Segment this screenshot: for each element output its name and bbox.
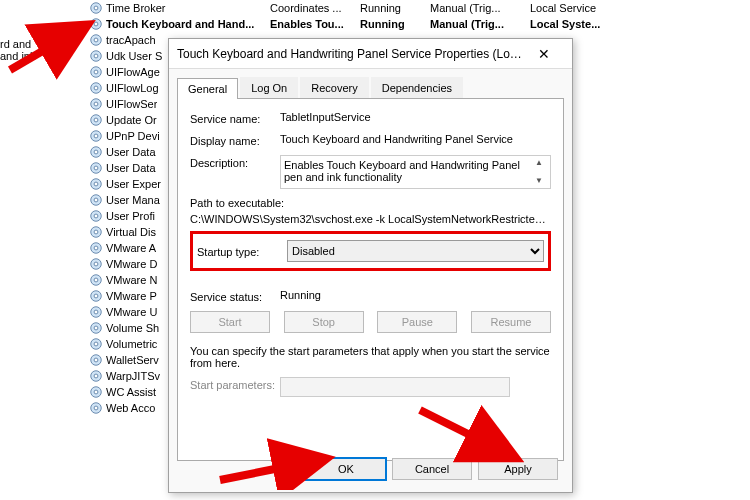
scroll-spinner[interactable]: ▲▼ — [531, 159, 547, 185]
pause-button[interactable]: Pause — [377, 311, 457, 333]
gear-icon — [89, 81, 103, 95]
close-button[interactable]: ✕ — [524, 42, 564, 66]
svg-point-21 — [94, 166, 98, 170]
gear-icon — [89, 145, 103, 159]
start-params-note: You can specify the start parameters tha… — [190, 345, 551, 369]
svg-point-41 — [94, 326, 98, 330]
svg-point-47 — [94, 374, 98, 378]
dialog-title: Touch Keyboard and Handwriting Panel Ser… — [177, 47, 524, 61]
gear-icon — [89, 369, 103, 383]
gear-icon — [89, 65, 103, 79]
label-path: Path to executable: — [190, 197, 551, 209]
tab-log-on[interactable]: Log On — [240, 77, 298, 98]
svg-point-35 — [94, 278, 98, 282]
label-service-status: Service status: — [190, 289, 280, 303]
properties-dialog: Touch Keyboard and Handwriting Panel Ser… — [168, 38, 573, 493]
apply-button[interactable]: Apply — [478, 458, 558, 480]
svg-point-25 — [94, 198, 98, 202]
gear-icon — [89, 273, 103, 287]
svg-point-9 — [94, 70, 98, 74]
label-start-params: Start parameters: — [190, 377, 280, 391]
label-startup-type: Startup type: — [197, 244, 287, 258]
cancel-button[interactable]: Cancel — [392, 458, 472, 480]
gear-icon — [89, 241, 103, 255]
titlebar[interactable]: Touch Keyboard and Handwriting Panel Ser… — [169, 39, 572, 69]
truncated-text: rd and and ink — [0, 38, 35, 62]
svg-point-33 — [94, 262, 98, 266]
gear-icon — [89, 209, 103, 223]
gear-icon — [89, 49, 103, 63]
tab-dependencies[interactable]: Dependencies — [371, 77, 463, 98]
table-row[interactable]: Time Broker Coordinates ... Running Manu… — [85, 0, 685, 16]
svg-point-45 — [94, 358, 98, 362]
tab-general[interactable]: General — [177, 78, 238, 99]
label-display-name: Display name: — [190, 133, 280, 147]
gear-icon — [89, 1, 103, 15]
svg-point-13 — [94, 102, 98, 106]
value-service-status: Running — [280, 289, 551, 301]
svg-point-7 — [94, 54, 98, 58]
resume-button[interactable]: Resume — [471, 311, 551, 333]
svg-point-27 — [94, 214, 98, 218]
table-row-selected[interactable]: Touch Keyboard and Hand... Enables Tou..… — [85, 16, 685, 32]
general-panel: Service name: TabletInputService Display… — [177, 99, 564, 461]
svg-point-15 — [94, 118, 98, 122]
gear-icon — [89, 257, 103, 271]
svg-point-43 — [94, 342, 98, 346]
tab-recovery[interactable]: Recovery — [300, 77, 368, 98]
svg-point-3 — [94, 22, 98, 26]
description-box: Enables Touch Keyboard and Handwriting P… — [280, 155, 551, 189]
svg-point-11 — [94, 86, 98, 90]
startup-type-select[interactable]: Disabled — [287, 240, 544, 262]
start-button[interactable]: Start — [190, 311, 270, 333]
gear-icon — [89, 177, 103, 191]
tab-strip: GeneralLog OnRecoveryDependencies — [177, 77, 564, 99]
svg-point-17 — [94, 134, 98, 138]
gear-icon — [89, 225, 103, 239]
svg-point-5 — [94, 38, 98, 42]
value-service-name: TabletInputService — [280, 111, 551, 123]
value-path: C:\WINDOWS\System32\svchost.exe -k Local… — [190, 213, 551, 225]
label-service-name: Service name: — [190, 111, 280, 125]
gear-icon — [89, 97, 103, 111]
gear-icon — [89, 161, 103, 175]
gear-icon — [89, 337, 103, 351]
svg-point-23 — [94, 182, 98, 186]
gear-icon — [89, 17, 103, 31]
gear-icon — [89, 385, 103, 399]
gear-icon — [89, 353, 103, 367]
svg-point-31 — [94, 246, 98, 250]
stop-button[interactable]: Stop — [284, 311, 364, 333]
svg-point-19 — [94, 150, 98, 154]
gear-icon — [89, 305, 103, 319]
startup-type-highlight: Startup type: Disabled — [190, 231, 551, 271]
gear-icon — [89, 193, 103, 207]
svg-point-51 — [94, 406, 98, 410]
svg-point-39 — [94, 310, 98, 314]
start-params-input — [280, 377, 510, 397]
gear-icon — [89, 113, 103, 127]
gear-icon — [89, 321, 103, 335]
svg-point-37 — [94, 294, 98, 298]
svg-point-29 — [94, 230, 98, 234]
gear-icon — [89, 401, 103, 415]
svg-point-1 — [94, 6, 98, 10]
gear-icon — [89, 33, 103, 47]
label-description: Description: — [190, 155, 280, 169]
svg-point-49 — [94, 390, 98, 394]
value-display-name: Touch Keyboard and Handwriting Panel Ser… — [280, 133, 551, 145]
gear-icon — [89, 129, 103, 143]
ok-button[interactable]: OK — [306, 458, 386, 480]
gear-icon — [89, 289, 103, 303]
